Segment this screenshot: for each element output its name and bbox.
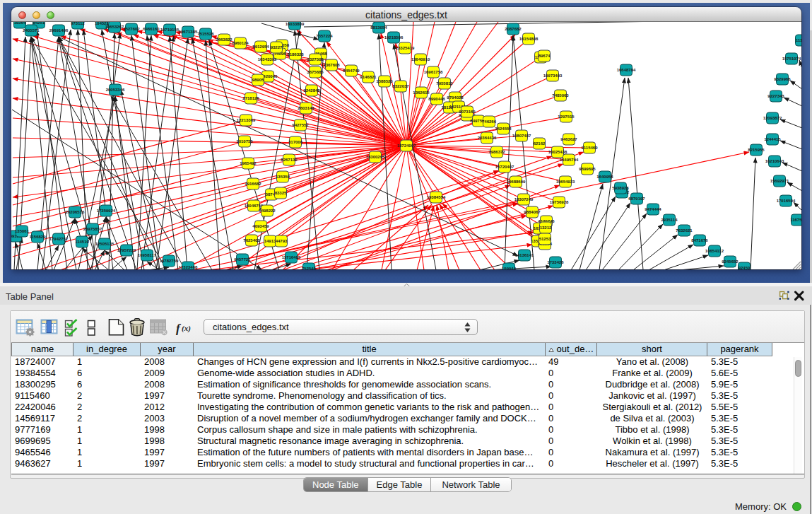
svg-text:1916682: 1916682 xyxy=(245,182,261,186)
svg-text:16210643: 16210643 xyxy=(765,159,784,163)
svg-text:20691406: 20691406 xyxy=(49,28,69,33)
svg-text:44793: 44793 xyxy=(276,239,288,243)
svg-text:93227: 93227 xyxy=(271,45,283,49)
svg-text:20364436: 20364436 xyxy=(478,136,497,140)
svg-text:8186328: 8186328 xyxy=(287,52,304,57)
svg-text:16782759: 16782759 xyxy=(160,259,179,263)
svg-text:19364: 19364 xyxy=(14,22,26,25)
svg-text:89674: 89674 xyxy=(539,54,551,58)
svg-text:20206516: 20206516 xyxy=(66,210,85,214)
svg-text:13212: 13212 xyxy=(540,226,552,230)
svg-text:20053346: 20053346 xyxy=(106,88,125,92)
svg-text:14913: 14913 xyxy=(264,239,276,243)
svg-text:18307249: 18307249 xyxy=(514,197,534,201)
svg-text:13325419: 13325419 xyxy=(396,46,415,50)
svg-text:135061: 135061 xyxy=(15,229,30,233)
svg-text:62162: 62162 xyxy=(534,141,546,146)
svg-text:2087682: 2087682 xyxy=(505,27,522,31)
svg-text:9073160: 9073160 xyxy=(459,110,476,114)
svg-text:51253: 51253 xyxy=(539,237,551,241)
svg-text:2405571: 2405571 xyxy=(23,28,40,33)
svg-text:10025438: 10025438 xyxy=(548,150,567,154)
svg-text:10688609: 10688609 xyxy=(507,180,526,184)
svg-text:10973493: 10973493 xyxy=(543,74,563,78)
svg-text:1297515: 1297515 xyxy=(558,115,575,119)
svg-text:8960124: 8960124 xyxy=(232,41,249,45)
svg-text:9327508: 9327508 xyxy=(307,57,324,62)
svg-text:15692971: 15692971 xyxy=(770,179,789,183)
svg-text:1733426: 1733426 xyxy=(547,260,564,264)
svg-text:19756928: 19756928 xyxy=(550,200,569,204)
svg-text:13640910: 13640910 xyxy=(411,57,430,62)
svg-text:83325: 83325 xyxy=(275,191,287,195)
svg-text:3675685: 3675685 xyxy=(307,70,324,74)
svg-text:9115460: 9115460 xyxy=(581,146,598,150)
svg-text:2935114: 2935114 xyxy=(661,218,678,222)
svg-text:12323468: 12323468 xyxy=(179,265,198,269)
svg-text:(x): (x) xyxy=(182,324,191,333)
svg-text:6466160: 6466160 xyxy=(143,27,160,31)
svg-text:12505135: 12505135 xyxy=(95,242,114,246)
svg-text:116753: 116753 xyxy=(790,218,801,222)
svg-text:16543392: 16543392 xyxy=(258,57,277,62)
svg-text:18724007: 18724007 xyxy=(397,144,416,148)
svg-text:9457721: 9457721 xyxy=(234,257,251,262)
svg-text:1640954: 1640954 xyxy=(596,175,613,179)
svg-text:9427552: 9427552 xyxy=(292,123,309,127)
svg-text:15720407: 15720407 xyxy=(495,165,514,169)
svg-text:16033809: 16033809 xyxy=(286,22,305,26)
svg-text:1156829: 1156829 xyxy=(29,235,46,239)
svg-text:8990448: 8990448 xyxy=(428,97,445,101)
svg-text:9474444: 9474444 xyxy=(645,207,661,211)
svg-text:114519: 114519 xyxy=(75,240,89,244)
svg-text:9699695: 9699695 xyxy=(579,167,596,171)
svg-text:5498222: 5498222 xyxy=(259,209,276,213)
svg-text:135359: 135359 xyxy=(276,175,290,179)
svg-text:2603144: 2603144 xyxy=(298,106,314,110)
svg-text:746266: 746266 xyxy=(482,119,497,124)
svg-text:17942757: 17942757 xyxy=(49,237,69,241)
svg-text:98905: 98905 xyxy=(252,78,264,82)
svg-text:9463627: 9463627 xyxy=(560,137,577,141)
svg-text:9146821: 9146821 xyxy=(360,75,377,79)
svg-text:1010755: 1010755 xyxy=(236,139,253,144)
svg-text:9794028: 9794028 xyxy=(447,95,464,100)
svg-text:17016504: 17016504 xyxy=(777,199,796,203)
svg-text:9884067: 9884067 xyxy=(524,210,541,214)
svg-text:16961758: 16961758 xyxy=(424,70,443,74)
svg-text:10958117: 10958117 xyxy=(138,253,157,257)
svg-text:7986372: 7986372 xyxy=(488,150,505,154)
svg-text:14136141: 14136141 xyxy=(515,253,534,257)
svg-text:4093459: 4093459 xyxy=(252,224,269,228)
svg-text:9329966: 9329966 xyxy=(774,77,791,81)
svg-text:752540: 752540 xyxy=(302,267,317,269)
svg-text:8912954: 8912954 xyxy=(252,45,269,49)
svg-text:15716485: 15716485 xyxy=(282,255,301,259)
svg-text:10654112: 10654112 xyxy=(705,249,724,253)
svg-text:3624554: 3624554 xyxy=(495,127,512,131)
svg-text:7357224: 7357224 xyxy=(316,34,333,38)
svg-text:19654923: 19654923 xyxy=(556,180,575,184)
svg-text:5938923: 5938923 xyxy=(612,186,629,190)
svg-text:f: f xyxy=(176,322,182,335)
svg-text:1527602: 1527602 xyxy=(123,27,140,31)
svg-text:8322037: 8322037 xyxy=(392,84,409,88)
svg-text:8267130: 8267130 xyxy=(281,158,298,162)
svg-text:16495794: 16495794 xyxy=(560,158,579,162)
svg-text:1965492: 1965492 xyxy=(240,161,257,165)
svg-text:16046756: 16046756 xyxy=(245,204,264,208)
svg-text:20975857: 20975857 xyxy=(83,227,102,231)
svg-text:10719155: 10719155 xyxy=(160,28,180,32)
svg-text:9245652: 9245652 xyxy=(722,259,739,264)
svg-text:1244415: 1244415 xyxy=(764,137,781,141)
svg-text:109944: 109944 xyxy=(502,267,517,269)
svg-text:7515526: 7515526 xyxy=(197,32,214,36)
svg-text:19218506: 19218506 xyxy=(384,35,404,40)
svg-text:19384554: 19384554 xyxy=(427,195,446,199)
svg-text:16154808: 16154808 xyxy=(519,37,539,41)
svg-text:7955812: 7955812 xyxy=(436,81,453,86)
svg-text:8454749: 8454749 xyxy=(343,69,360,73)
svg-text:8813054: 8813054 xyxy=(370,25,387,30)
svg-text:2367608: 2367608 xyxy=(323,63,340,67)
svg-text:17359924: 17359924 xyxy=(97,209,116,213)
